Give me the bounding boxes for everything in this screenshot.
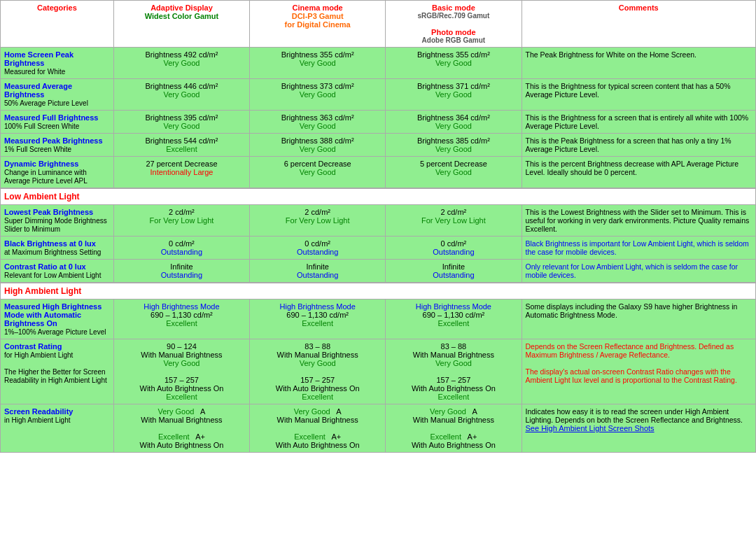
header-adaptive: Adaptive Display Widest Color Gamut <box>113 1 249 48</box>
comment-measured-peak: This is the Peak Brightness for a screen… <box>522 134 756 157</box>
adaptive-measured-high-brightness: High Brightness Mode 690 – 1,130 cd/m² E… <box>113 299 249 339</box>
cinema-dynamic-brightness: 6 percent Decrease Very Good <box>250 157 386 189</box>
adaptive-home-screen-peak: Brightness 492 cd/m² Very Good <box>113 48 249 79</box>
comment-black-brightness: Black Brightness is important for Low Am… <box>522 237 756 260</box>
comment-measured-high-brightness: Some displays including the Galaxy S9 ha… <box>522 299 756 339</box>
comment-measured-average: This is the Brightness for typical scree… <box>522 79 756 111</box>
cinema-screen-readability: Very Good A With Manual Brightness Excel… <box>250 404 386 453</box>
cat-measured-high-brightness: Measured High Brightness Mode with Autom… <box>1 299 114 339</box>
cat-black-brightness: Black Brightness at 0 lux at Maximum Bri… <box>1 237 114 260</box>
basic-screen-readability: Very Good A With Manual Brightness Excel… <box>386 404 522 453</box>
adaptive-measured-peak: Brightness 544 cd/m² Excellent <box>113 134 249 157</box>
table-row: Contrast Rating for High Ambient Light T… <box>1 339 756 404</box>
basic-measured-full: Brightness 364 cd/m² Very Good <box>386 111 522 134</box>
header-cinema: Cinema mode DCI-P3 Gamut for Digital Cin… <box>250 1 386 48</box>
cinema-lowest-peak: 2 cd/m² For Very Low Light <box>250 205 386 237</box>
section-high-ambient: High Ambient Light <box>1 283 756 299</box>
adaptive-black-brightness: 0 cd/m² Outstanding <box>113 237 249 260</box>
cat-screen-readability: Screen Readability in High Ambient Light <box>1 404 114 453</box>
table-header: Categories Adaptive Display Widest Color… <box>1 1 756 48</box>
cat-contrast-ratio-low: Contrast Ratio at 0 lux Relevant for Low… <box>1 260 114 283</box>
cinema-measured-full: Brightness 363 cd/m² Very Good <box>250 111 386 134</box>
cinema-contrast-rating: 83 – 88 With Manual Brightness Very Good… <box>250 339 386 404</box>
cinema-measured-peak: Brightness 388 cd/m² Very Good <box>250 134 386 157</box>
section-high-ambient-label: High Ambient Light <box>1 283 756 299</box>
header-comments: Comments <box>522 1 756 48</box>
basic-measured-average: Brightness 371 cd/m² Very Good <box>386 79 522 111</box>
basic-contrast-rating: 83 – 88 With Manual Brightness Very Good… <box>386 339 522 404</box>
comment-contrast-rating: Depends on the Screen Reflectance and Br… <box>522 339 756 404</box>
table-row: Contrast Ratio at 0 lux Relevant for Low… <box>1 260 756 283</box>
table-row: Measured High Brightness Mode with Autom… <box>1 299 756 339</box>
table-row: Black Brightness at 0 lux at Maximum Bri… <box>1 237 756 260</box>
basic-contrast-ratio-low: Infinite Outstanding <box>386 260 522 283</box>
comment-contrast-ratio-low: Only relevant for Low Ambient Light, whi… <box>522 260 756 283</box>
high-ambient-link[interactable]: See High Ambient Light Screen Shots <box>526 424 654 432</box>
table-row: Home Screen Peak Brightness Measured for… <box>1 48 756 79</box>
comment-dynamic-brightness: This is the percent Brightness decrease … <box>522 157 756 189</box>
adaptive-measured-average: Brightness 446 cd/m² Very Good <box>113 79 249 111</box>
adaptive-lowest-peak: 2 cd/m² For Very Low Light <box>113 205 249 237</box>
cinema-measured-average: Brightness 373 cd/m² Very Good <box>250 79 386 111</box>
comment-screen-readability: Indicates how easy it is to read the scr… <box>522 404 756 453</box>
comment-measured-full: This is the Brightness for a screen that… <box>522 111 756 134</box>
cinema-home-screen-peak: Brightness 355 cd/m² Very Good <box>250 48 386 79</box>
basic-lowest-peak: 2 cd/m² For Very Low Light <box>386 205 522 237</box>
adaptive-screen-readability: Very Good A With Manual Brightness Excel… <box>113 404 249 453</box>
table-row: Measured Peak Brightness 1% Full Screen … <box>1 134 756 157</box>
cinema-black-brightness: 0 cd/m² Outstanding <box>250 237 386 260</box>
basic-black-brightness: 0 cd/m² Outstanding <box>386 237 522 260</box>
basic-measured-peak: Brightness 385 cd/m² Very Good <box>386 134 522 157</box>
cat-measured-full: Measured Full Brightness 100% Full Scree… <box>1 111 114 134</box>
table-row: Measured Average Brightness 50% Average … <box>1 79 756 111</box>
cat-measured-peak: Measured Peak Brightness 1% Full Screen … <box>1 134 114 157</box>
comment-home-screen-peak: The Peak Brightness for White on the Hom… <box>522 48 756 79</box>
adaptive-contrast-rating: 90 – 124 With Manual Brightness Very Goo… <box>113 339 249 404</box>
cinema-measured-high-brightness: High Brightness Mode 690 – 1,130 cd/m² E… <box>250 299 386 339</box>
cat-home-screen-peak: Home Screen Peak Brightness Measured for… <box>1 48 114 79</box>
cat-dynamic-brightness: Dynamic Brightness Change in Luminance w… <box>1 157 114 189</box>
cat-measured-average: Measured Average Brightness 50% Average … <box>1 79 114 111</box>
cat-lowest-peak: Lowest Peak Brightness Super Dimming Mod… <box>1 205 114 237</box>
table-row: Measured Full Brightness 100% Full Scree… <box>1 111 756 134</box>
table-row: Dynamic Brightness Change in Luminance w… <box>1 157 756 189</box>
basic-measured-high-brightness: High Brightness Mode 690 – 1,130 cd/m² E… <box>386 299 522 339</box>
table-row: Screen Readability in High Ambient Light… <box>1 404 756 453</box>
adaptive-measured-full: Brightness 395 cd/m² Very Good <box>113 111 249 134</box>
header-basic: Basic mode sRGB/Rec.709 Gamut Photo mode… <box>386 1 522 48</box>
cinema-contrast-ratio-low: Infinite Outstanding <box>250 260 386 283</box>
comment-lowest-peak: This is the Lowest Brightness with the S… <box>522 205 756 237</box>
basic-home-screen-peak: Brightness 355 cd/m² Very Good <box>386 48 522 79</box>
section-low-ambient: Low Ambient Light <box>1 188 756 205</box>
section-low-ambient-label: Low Ambient Light <box>1 188 756 205</box>
header-categories: Categories <box>1 1 114 48</box>
adaptive-dynamic-brightness: 27 percent Decrease Intentionally Large <box>113 157 249 189</box>
cat-contrast-rating: Contrast Rating for High Ambient Light T… <box>1 339 114 404</box>
adaptive-contrast-ratio-low: Infinite Outstanding <box>113 260 249 283</box>
table-row: Lowest Peak Brightness Super Dimming Mod… <box>1 205 756 237</box>
basic-dynamic-brightness: 5 percent Decrease Very Good <box>386 157 522 189</box>
